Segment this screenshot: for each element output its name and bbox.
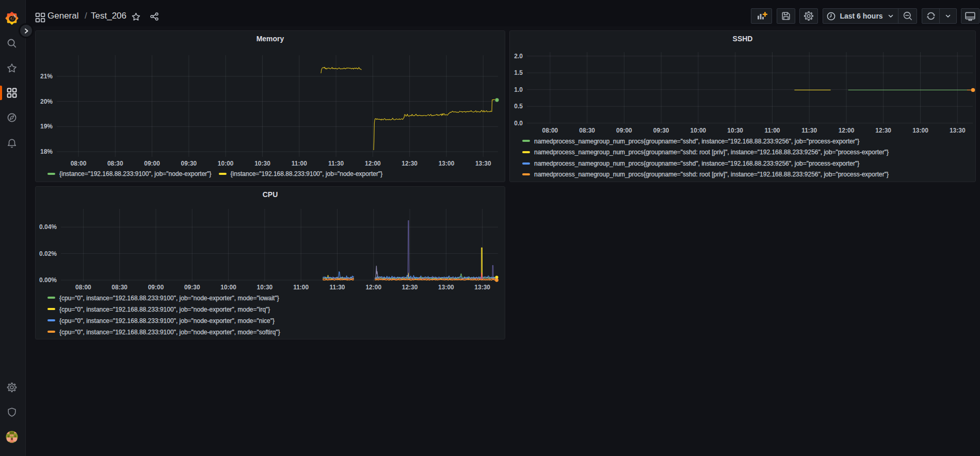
svg-text:09:30: 09:30 [653, 127, 669, 134]
svg-text:18%: 18% [40, 148, 53, 155]
svg-text:13:00: 13:00 [439, 160, 455, 167]
svg-text:11:30: 11:30 [801, 127, 817, 134]
svg-text:08:30: 08:30 [111, 284, 127, 291]
svg-text:12:30: 12:30 [875, 127, 891, 134]
svg-text:10:00: 10:00 [218, 160, 234, 167]
svg-text:12:30: 12:30 [401, 160, 417, 167]
svg-text:11:30: 11:30 [328, 160, 344, 167]
svg-text:13:00: 13:00 [912, 127, 928, 134]
svg-text:09:00: 09:00 [616, 127, 632, 134]
svg-text:08:30: 08:30 [579, 127, 595, 134]
svg-text:10:30: 10:30 [254, 160, 270, 167]
svg-text:21%: 21% [40, 73, 53, 80]
svg-text:12:30: 12:30 [402, 284, 418, 291]
svg-text:08:00: 08:00 [542, 127, 558, 134]
svg-text:13:30: 13:30 [474, 284, 490, 291]
svg-text:11:00: 11:00 [293, 284, 309, 291]
svg-text:0.02%: 0.02% [39, 250, 57, 257]
svg-text:10:30: 10:30 [257, 284, 273, 291]
svg-text:08:00: 08:00 [71, 160, 87, 167]
svg-text:10:30: 10:30 [727, 127, 743, 134]
svg-text:1.5: 1.5 [514, 69, 523, 76]
svg-text:13:00: 13:00 [438, 284, 454, 291]
svg-text:09:30: 09:30 [184, 284, 200, 291]
svg-text:11:00: 11:00 [764, 127, 780, 134]
svg-text:13:30: 13:30 [475, 160, 491, 167]
svg-text:09:30: 09:30 [181, 160, 197, 167]
svg-text:11:00: 11:00 [292, 160, 307, 167]
svg-text:2.0: 2.0 [514, 53, 523, 60]
svg-text:0.5: 0.5 [514, 103, 523, 110]
svg-text:13:30: 13:30 [950, 127, 966, 134]
svg-text:12:00: 12:00 [839, 127, 855, 134]
svg-text:0.04%: 0.04% [39, 223, 57, 231]
svg-text:09:00: 09:00 [148, 284, 164, 291]
svg-text:20%: 20% [40, 98, 53, 105]
svg-text:11:30: 11:30 [329, 284, 345, 291]
svg-text:12:00: 12:00 [365, 284, 381, 291]
svg-text:08:00: 08:00 [75, 284, 91, 291]
svg-text:10:00: 10:00 [690, 127, 706, 134]
svg-text:19%: 19% [40, 123, 53, 130]
svg-text:10:00: 10:00 [220, 284, 236, 291]
svg-text:08:30: 08:30 [107, 160, 123, 167]
svg-text:09:00: 09:00 [144, 160, 160, 167]
svg-text:12:00: 12:00 [365, 160, 381, 167]
svg-text:0.00%: 0.00% [39, 276, 57, 284]
svg-text:1.0: 1.0 [514, 86, 523, 93]
svg-text:0.0: 0.0 [514, 120, 523, 127]
